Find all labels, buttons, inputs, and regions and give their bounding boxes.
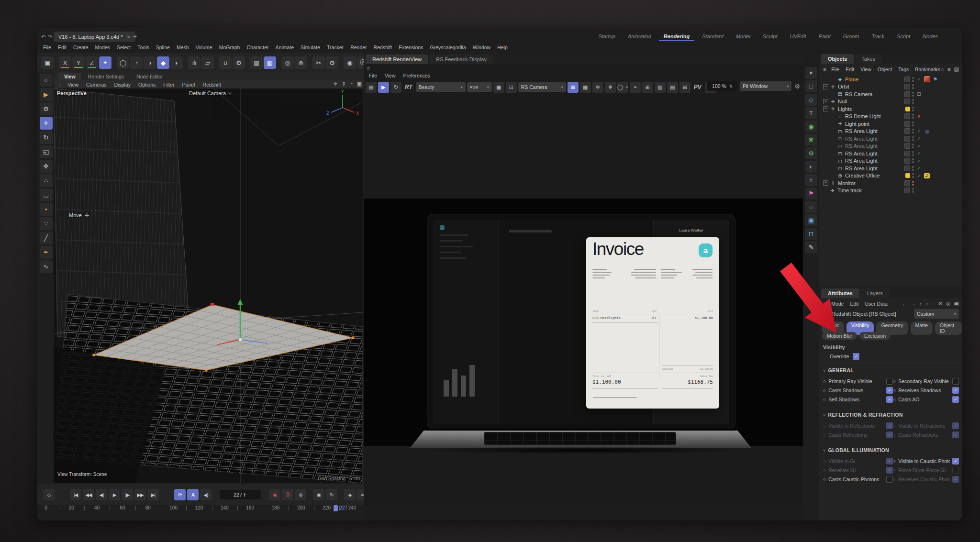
object-row-light-point-6[interactable]: ✛Light point bbox=[819, 120, 962, 128]
transform-tool-icon[interactable]: ✜ bbox=[40, 160, 53, 173]
effector-icon[interactable]: ⚙ bbox=[805, 147, 817, 159]
perspective-viewport[interactable]: X Y Z Perspective Default Camera ⊡ Move … bbox=[54, 88, 363, 483]
modifier-gear-icon[interactable]: ⚙ bbox=[326, 56, 338, 69]
animation-dot-icon[interactable]: ◇ bbox=[823, 468, 826, 473]
record-scale-icon[interactable]: ◈ bbox=[344, 489, 356, 500]
editor-toggle[interactable] bbox=[904, 113, 910, 119]
goto-end-icon[interactable]: ▶| bbox=[147, 489, 159, 500]
protection-tag-icon[interactable]: ⊡ bbox=[916, 91, 922, 97]
enabled-check-icon[interactable]: ✓ bbox=[916, 129, 922, 134]
attributes-menu-edit[interactable]: Edit bbox=[847, 301, 861, 307]
editor-toggle[interactable] bbox=[904, 136, 910, 142]
rt-toggle[interactable]: RT bbox=[403, 84, 414, 90]
animation-dot-icon[interactable]: ◇ bbox=[893, 468, 896, 473]
move-tool-icon[interactable]: ✛ bbox=[40, 117, 53, 130]
grid-icon[interactable]: ▦ bbox=[250, 56, 263, 69]
viewport-nav-icon-3[interactable]: ▣ bbox=[357, 81, 362, 87]
param-checkbox[interactable] bbox=[952, 467, 959, 474]
menu-window[interactable]: Window bbox=[470, 44, 493, 51]
menu-edit[interactable]: Edit bbox=[55, 44, 69, 51]
viewport-tab-render-settings[interactable]: Render Settings bbox=[82, 73, 130, 80]
animation-dot-icon[interactable]: ◇ bbox=[823, 379, 826, 384]
close-document-icon[interactable]: ✕ bbox=[127, 34, 131, 40]
lock-icon[interactable]: ⊠ bbox=[938, 300, 943, 307]
center-icon[interactable]: ⊚ bbox=[295, 56, 307, 69]
next-key-icon[interactable]: ▶▶ bbox=[134, 489, 146, 500]
deformer-icon[interactable]: ⌗ bbox=[805, 174, 817, 186]
layout-tab-animation[interactable]: Animation bbox=[623, 33, 656, 41]
object-row-rs-area-light-8[interactable]: ⊓RS Area Light✓ bbox=[819, 135, 962, 143]
sound-icon[interactable]: ◀) bbox=[200, 489, 212, 500]
section-header-reflection-refraction[interactable]: ˅REFLECTION & REFRACTION bbox=[823, 412, 903, 418]
next-frame-icon[interactable]: |▶ bbox=[122, 489, 133, 500]
viewport-menu-options[interactable]: Options bbox=[135, 82, 159, 88]
menu-modes[interactable]: Modes bbox=[92, 44, 113, 51]
attributes-menu-mode[interactable]: Mode bbox=[828, 301, 846, 307]
spline-pen-icon[interactable]: ∿ bbox=[40, 260, 53, 273]
loop-playback-icon[interactable]: ⟳ bbox=[174, 489, 186, 500]
focus-picker-icon[interactable]: ⌖ bbox=[630, 82, 641, 93]
timeline-ruler[interactable]: 020406080100120140160180200220240227 bbox=[41, 504, 357, 513]
menu-help[interactable]: Help bbox=[494, 44, 511, 51]
region-render-icon[interactable]: ◯▾ bbox=[617, 82, 628, 93]
menu-character[interactable]: Character bbox=[244, 44, 271, 51]
renderview-menu-file[interactable]: File bbox=[366, 72, 380, 79]
enabled-check-icon[interactable]: ✓ bbox=[916, 158, 922, 164]
animation-dot-icon[interactable]: ◇ bbox=[823, 477, 826, 482]
chip-motion-blur[interactable]: Motion Blur bbox=[822, 332, 857, 340]
interaction-tag-icon[interactable]: ⇄ bbox=[924, 173, 930, 178]
object-row-lights-4[interactable]: −✛Lights bbox=[819, 105, 962, 113]
chip-matte[interactable]: Matte bbox=[911, 321, 933, 335]
tweak-gear-icon[interactable]: ⚙ bbox=[40, 102, 53, 115]
pen-square-icon[interactable]: ▪ bbox=[40, 203, 53, 216]
menu-tools[interactable]: Tools bbox=[134, 44, 152, 51]
disabled-x-icon[interactable]: ✗ bbox=[916, 114, 922, 119]
animation-dot-icon[interactable]: ◇ bbox=[823, 433, 826, 437]
target-tag-icon[interactable]: ◎ bbox=[924, 129, 930, 134]
redo-icon[interactable]: ↷ bbox=[48, 33, 53, 40]
param-checkbox[interactable]: ✓ bbox=[886, 431, 893, 438]
visibility-dots[interactable] bbox=[912, 136, 914, 141]
visibility-dots[interactable] bbox=[912, 114, 914, 119]
expander-icon[interactable]: + bbox=[823, 99, 828, 104]
visibility-dots[interactable] bbox=[912, 158, 914, 163]
record-keyframe-icon[interactable]: ◉ bbox=[269, 489, 280, 500]
visibility-dots[interactable] bbox=[912, 129, 914, 133]
scissors-icon[interactable]: ✂ bbox=[312, 56, 325, 69]
visibility-dots[interactable] bbox=[912, 188, 914, 193]
motext-icon[interactable]: T bbox=[805, 107, 817, 119]
enabled-check-icon[interactable]: ✓ bbox=[916, 173, 922, 178]
objects-menu-object[interactable]: Object bbox=[875, 66, 895, 72]
viewport-nav-icon-2[interactable]: ◔ bbox=[350, 81, 353, 87]
multi-move-icon[interactable]: ∴ bbox=[40, 174, 53, 187]
editor-toggle[interactable] bbox=[904, 188, 910, 193]
param-checkbox[interactable] bbox=[886, 378, 893, 385]
restart-render-icon[interactable]: ↻ bbox=[390, 82, 401, 93]
spline-rect-icon[interactable]: □ bbox=[805, 80, 817, 92]
objects-hamburger-icon[interactable]: ≡ bbox=[821, 66, 828, 72]
find-zoom-icon[interactable]: ○ bbox=[40, 74, 53, 87]
fit-mode-select[interactable]: Fit Window▾ bbox=[740, 81, 791, 91]
visibility-dots[interactable] bbox=[912, 122, 914, 126]
object-row-rs-area-light-7[interactable]: ⊓RS Area Light✓◎ bbox=[819, 128, 962, 135]
cloner-icon[interactable]: ❋ bbox=[805, 134, 817, 146]
crop-icon[interactable]: ⊡ bbox=[506, 82, 517, 93]
editor-toggle[interactable] bbox=[904, 91, 910, 97]
texture-mode-icon[interactable]: ◑ bbox=[144, 56, 156, 69]
animation-dot-icon[interactable]: ◇ bbox=[893, 477, 896, 482]
visibility-dots[interactable] bbox=[912, 107, 914, 111]
rotate-tool-icon[interactable]: ↻ bbox=[40, 131, 53, 144]
layout-tab-groom[interactable]: Groom bbox=[838, 33, 864, 41]
objects-menu-file[interactable]: File bbox=[828, 66, 842, 72]
camera-label[interactable]: Default Camera ⊡ bbox=[189, 90, 232, 97]
object-row-orbit-1[interactable]: −✛Orbit bbox=[819, 83, 962, 91]
polygon-mode-icon[interactable]: ◆ bbox=[157, 56, 169, 69]
param-checkbox[interactable]: ✓ bbox=[952, 476, 959, 483]
param-checkbox[interactable]: ✓ bbox=[952, 422, 959, 429]
expander-icon[interactable]: + bbox=[823, 180, 828, 186]
menu-render[interactable]: Render bbox=[347, 44, 369, 51]
layout-cube-icon[interactable]: ▣ bbox=[41, 56, 54, 69]
animation-dot-icon[interactable]: ◇ bbox=[823, 388, 826, 393]
animation-dot-icon[interactable]: ◇ bbox=[893, 398, 896, 402]
menu-mesh[interactable]: Mesh bbox=[174, 44, 192, 51]
